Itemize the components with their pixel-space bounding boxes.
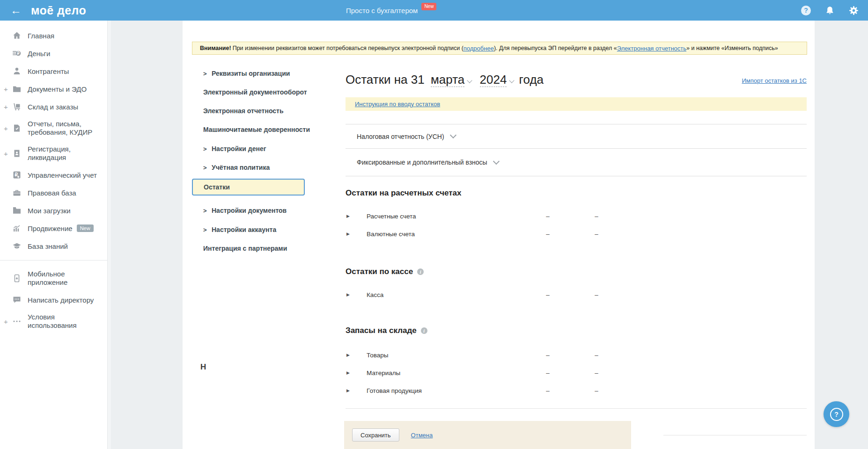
bell-icon[interactable] bbox=[825, 6, 835, 15]
year-dropdown[interactable]: 2024 bbox=[480, 72, 507, 87]
info-icon[interactable]: i bbox=[421, 327, 427, 334]
submenu-item-account-settings[interactable]: > Настройки аккаунта bbox=[192, 225, 276, 234]
new-badge: New bbox=[421, 3, 436, 10]
expand-triangle-icon[interactable]: ▶ bbox=[346, 214, 350, 218]
new-badge: New bbox=[77, 224, 94, 232]
expand-triangle-icon[interactable]: ▶ bbox=[346, 232, 350, 236]
sidebar-item-label: Склад и заказы bbox=[28, 103, 78, 111]
graduation-cap-icon bbox=[12, 241, 22, 251]
sidebar-item-write-director[interactable]: Написать директору bbox=[0, 291, 111, 309]
expand-triangle-icon[interactable]: ▶ bbox=[346, 370, 350, 375]
row-value: – bbox=[542, 352, 553, 359]
collapsible-label: Налоговая отчетность (УСН) bbox=[357, 133, 444, 140]
expand-triangle-icon[interactable]: ▶ bbox=[346, 353, 350, 357]
row-value: – bbox=[591, 231, 602, 238]
month-dropdown[interactable]: марта bbox=[431, 72, 464, 87]
sidebar-item-home[interactable]: Главная bbox=[0, 27, 111, 44]
submenu-item-e-reporting[interactable]: Электронная отчетность bbox=[192, 106, 284, 116]
table-row-materialy: ▶ Материалы – – bbox=[346, 364, 807, 382]
collapsible-contributions[interactable]: Фиксированные и дополнительный взносы bbox=[346, 148, 807, 176]
expand-triangle-icon[interactable]: ▶ bbox=[346, 292, 350, 297]
expand-plus-icon[interactable]: + bbox=[4, 85, 8, 93]
sidebar-item-my-uploads[interactable]: Мои загрузки bbox=[0, 202, 111, 219]
collapsible-tax-reporting[interactable]: Налоговая отчетность (УСН) bbox=[346, 124, 807, 148]
warning-text: При изменении реквизитов может потребова… bbox=[233, 45, 463, 51]
row-label: Касса bbox=[367, 291, 383, 298]
sidebar-item-label: требования, КУДИР bbox=[28, 128, 92, 137]
submenu-item-mchd[interactable]: Машиночитаемые доверенности bbox=[192, 125, 310, 134]
expand-plus-icon[interactable]: + bbox=[4, 103, 8, 111]
warning-link-details[interactable]: подробнее bbox=[463, 45, 494, 52]
app-logo[interactable]: моē дело bbox=[31, 4, 86, 17]
sidebar-item-terms-of-use[interactable]: + Условия использования bbox=[0, 309, 111, 334]
row-label: Готовая продукция bbox=[367, 387, 422, 394]
submenu-item-accounting-policy[interactable]: > Учётная политика bbox=[192, 163, 270, 172]
expand-plus-icon[interactable]: + bbox=[4, 150, 8, 158]
sidebar-item-management-accounting[interactable]: ₽ Управленческий учет bbox=[0, 166, 111, 184]
submenu-item-money-settings[interactable]: > Настройки денег bbox=[192, 144, 266, 153]
help-icon[interactable]: ? bbox=[801, 6, 811, 15]
expand-plus-icon[interactable]: + bbox=[4, 318, 8, 326]
table-row-valyutnye-scheta: ▶ Валютные счета – – bbox=[346, 225, 807, 243]
import-1c-link[interactable]: Импорт остатков из 1С bbox=[742, 77, 807, 84]
sidebar: Главная ₽ Деньги Контрагенты + Документы… bbox=[0, 21, 111, 449]
sidebar-item-money[interactable]: ₽ Деньги bbox=[0, 44, 111, 62]
topbar-icons: ? bbox=[801, 0, 859, 21]
sidebar-item-label: Написать директору bbox=[28, 296, 94, 304]
briefcase-icon bbox=[12, 188, 22, 197]
sidebar-item-promotion[interactable]: Продвижение New bbox=[0, 219, 111, 237]
submenu-item-partners[interactable]: Интеграция с партнерами bbox=[192, 244, 287, 253]
submenu-item-label: Настройки аккаунта bbox=[212, 226, 276, 233]
chevron-down-icon bbox=[450, 132, 456, 138]
page-title: Остатки на 31 марта 2024 года bbox=[346, 72, 807, 87]
ruble-cursor-icon: ₽ bbox=[12, 170, 22, 180]
instruction-link[interactable]: Инструкция по вводу остатков bbox=[355, 101, 440, 108]
expand-plus-icon[interactable]: + bbox=[4, 124, 8, 132]
expand-triangle-icon[interactable]: ▶ bbox=[346, 388, 350, 393]
chevron-down-icon[interactable] bbox=[467, 78, 472, 83]
sidebar-item-knowledge-base[interactable]: База знаний bbox=[0, 237, 111, 255]
save-button[interactable]: Сохранить bbox=[352, 428, 399, 442]
uploads-folder-icon bbox=[12, 206, 22, 215]
gear-icon[interactable] bbox=[849, 6, 859, 15]
chat-icon bbox=[12, 295, 22, 304]
sidebar-item-counterparties[interactable]: Контрагенты bbox=[0, 62, 111, 80]
sidebar-item-documents-edo[interactable]: + Документы и ЭДО bbox=[0, 80, 111, 98]
table-row-gotovaya-produkciya: ▶ Готовая продукция – – bbox=[346, 382, 807, 399]
sidebar-item-registration[interactable]: + Регистрация, ликвидация bbox=[0, 141, 111, 166]
sidebar-item-warehouse-orders[interactable]: + Склад и заказы bbox=[0, 98, 111, 116]
help-fab-button[interactable]: ? bbox=[824, 401, 849, 427]
sidebar-item-label: Деньги bbox=[28, 50, 50, 58]
submenu-item-document-settings[interactable]: > Настройки документов bbox=[192, 206, 287, 215]
warning-link-e-reporting[interactable]: Электронная отчетность bbox=[617, 45, 686, 52]
cart-icon bbox=[12, 102, 22, 111]
chevron-down-icon[interactable] bbox=[509, 78, 515, 83]
section-rows: ▶ Расчетные счета – – ▶ Валютные счета –… bbox=[346, 207, 807, 243]
chevron-down-icon bbox=[493, 158, 500, 164]
row-value: – bbox=[542, 213, 553, 220]
submenu-item-label: Реквизиты организации bbox=[212, 70, 290, 77]
chevron-right-icon: > bbox=[203, 226, 207, 233]
submenu-item-ostatki[interactable]: Остатки bbox=[192, 179, 305, 196]
row-value: – bbox=[542, 387, 553, 394]
warning-text: » и нажмите «Изменить подпись» bbox=[686, 45, 778, 51]
sidebar-item-label: Отчеты, письма, bbox=[28, 120, 92, 128]
back-arrow-icon[interactable]: ← bbox=[10, 5, 22, 16]
submenu-item-rekvizity[interactable]: > Реквизиты организации bbox=[192, 69, 290, 78]
submenu-item-label: Интеграция с партнерами bbox=[203, 245, 287, 252]
sidebar-item-mobile-app[interactable]: Мобильное приложение bbox=[0, 266, 111, 291]
submenu-item-label: Учётная политика bbox=[212, 164, 270, 171]
section-heading-cash: Остатки по кассе i bbox=[346, 267, 807, 276]
info-icon[interactable]: i bbox=[417, 268, 424, 275]
cancel-link[interactable]: Отмена bbox=[411, 432, 433, 439]
sidebar-item-label: Мои загрузки bbox=[28, 207, 71, 215]
action-bar: Сохранить Отмена bbox=[344, 421, 631, 449]
sidebar-item-label: Главная bbox=[28, 32, 54, 40]
divider-line bbox=[663, 435, 807, 435]
submenu-item-label: Электронный документооборот bbox=[203, 88, 307, 96]
submenu-item-edo[interactable]: Электронный документооборот bbox=[192, 87, 307, 97]
row-label: Товары bbox=[367, 352, 388, 359]
sidebar-item-reports[interactable]: + Отчеты, письма, требования, КУДИР bbox=[0, 116, 111, 141]
sidebar-item-legal-base[interactable]: Правовая база bbox=[0, 184, 111, 202]
tagline-text: Просто с бухгалтером bbox=[346, 7, 418, 14]
